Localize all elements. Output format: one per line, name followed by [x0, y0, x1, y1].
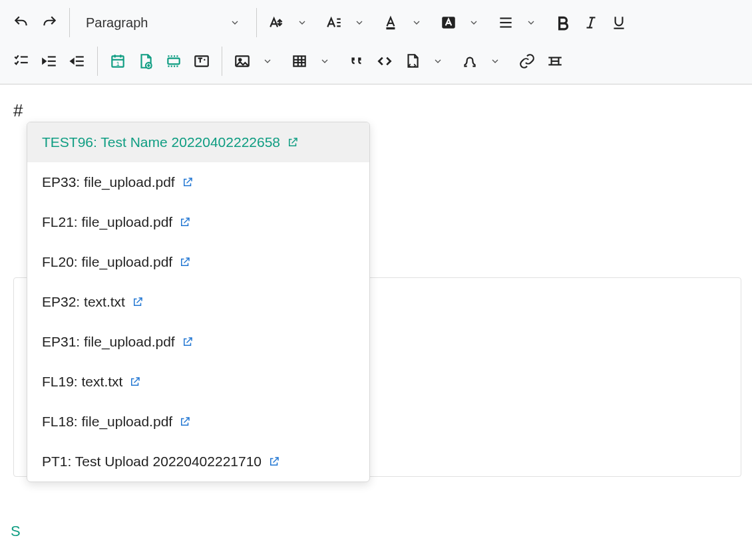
- highlight-button[interactable]: [435, 9, 462, 36]
- code-block-menu[interactable]: [425, 48, 451, 74]
- line-height-button[interactable]: [321, 9, 347, 36]
- suggestion-item[interactable]: TEST96: Test Name 20220402222658: [27, 122, 369, 162]
- format-select-label: Paragraph: [86, 15, 148, 31]
- suggestion-label: EP33: file_upload.pdf: [42, 174, 175, 190]
- outdent-button[interactable]: [64, 48, 91, 74]
- align-menu[interactable]: [518, 9, 544, 36]
- svg-line-7: [590, 17, 592, 27]
- line-height-menu[interactable]: [346, 9, 373, 36]
- font-size-menu[interactable]: [289, 9, 315, 36]
- image-menu[interactable]: [254, 48, 281, 74]
- mention-suggestions: TEST96: Test Name 20220402222658EP33: fi…: [27, 122, 370, 482]
- table-button[interactable]: [286, 48, 313, 74]
- editor-toolbar: Paragraph 1: [0, 0, 752, 84]
- svg-rect-23: [168, 59, 179, 65]
- suggestion-item[interactable]: PT1: Test Upload 20220402221710: [27, 442, 369, 482]
- chevron-down-icon: [230, 17, 240, 28]
- quote-button[interactable]: [343, 48, 370, 74]
- underline-button[interactable]: [606, 9, 632, 36]
- redo-button[interactable]: [36, 9, 63, 36]
- toolbar-row-2: 1: [0, 44, 752, 78]
- text-color-menu[interactable]: [403, 9, 430, 36]
- indent-button[interactable]: [36, 48, 63, 74]
- image-button[interactable]: [229, 48, 256, 74]
- suggestion-item[interactable]: EP33: file_upload.pdf: [27, 162, 369, 202]
- text-color-button[interactable]: [378, 9, 405, 36]
- frame-button[interactable]: [160, 48, 187, 74]
- external-link-icon[interactable]: [129, 376, 141, 388]
- table-menu[interactable]: [311, 48, 338, 74]
- suggestion-item[interactable]: EP31: file_upload.pdf: [27, 322, 369, 362]
- suggestion-label: FL21: file_upload.pdf: [42, 214, 172, 230]
- separator: [222, 47, 222, 76]
- checklist-button[interactable]: [8, 48, 35, 74]
- code-block-button[interactable]: [399, 48, 426, 74]
- svg-point-31: [239, 59, 241, 61]
- suggestion-label: FL20: file_upload.pdf: [42, 254, 172, 270]
- external-link-icon[interactable]: [132, 296, 144, 308]
- format-select[interactable]: Paragraph: [77, 9, 250, 36]
- suggestion-label: FL19: text.txt: [42, 374, 122, 390]
- suggestion-label: EP32: text.txt: [42, 294, 125, 310]
- external-link-icon[interactable]: [182, 336, 194, 348]
- special-char-button[interactable]: [457, 48, 483, 74]
- suggestion-label: PT1: Test Upload 20220402221710: [42, 454, 262, 470]
- separator: [256, 8, 257, 37]
- editor-content[interactable]: # TEST96: Test Name 20220402222658EP33: …: [0, 84, 752, 137]
- svg-text:1: 1: [116, 61, 120, 67]
- external-link-icon[interactable]: [179, 216, 191, 228]
- external-link-icon[interactable]: [268, 456, 280, 468]
- special-char-menu[interactable]: [482, 48, 508, 74]
- suggestion-item[interactable]: FL20: file_upload.pdf: [27, 242, 369, 282]
- suggestion-label: FL18: file_upload.pdf: [42, 414, 172, 430]
- italic-button[interactable]: [578, 9, 604, 36]
- page-add-button[interactable]: [132, 48, 159, 74]
- toolbar-row-1: Paragraph: [0, 5, 752, 40]
- font-size-button[interactable]: [264, 9, 290, 36]
- external-link-icon[interactable]: [179, 256, 191, 268]
- text-block-button[interactable]: [188, 48, 215, 74]
- separator: [69, 8, 70, 37]
- suggestion-item[interactable]: FL21: file_upload.pdf: [27, 202, 369, 242]
- date-button[interactable]: 1: [104, 48, 131, 74]
- suggestion-item[interactable]: FL18: file_upload.pdf: [27, 402, 369, 442]
- external-link-icon[interactable]: [182, 176, 194, 188]
- typed-text: #: [13, 100, 23, 120]
- anchor-button[interactable]: [542, 48, 568, 74]
- link-button[interactable]: [514, 48, 540, 74]
- suggestion-item[interactable]: FL19: text.txt: [27, 362, 369, 402]
- align-button[interactable]: [492, 9, 519, 36]
- undo-button[interactable]: [8, 9, 35, 36]
- svg-rect-32: [293, 56, 305, 66]
- suggestion-label: EP31: file_upload.pdf: [42, 334, 175, 350]
- bold-button[interactable]: [550, 9, 576, 36]
- suggestion-label: TEST96: Test Name 20220402222658: [42, 134, 280, 150]
- save-indicator: S: [11, 523, 21, 540]
- code-button[interactable]: [371, 48, 398, 74]
- external-link-icon[interactable]: [287, 136, 299, 148]
- external-link-icon[interactable]: [179, 416, 191, 428]
- highlight-menu[interactable]: [461, 9, 487, 36]
- separator: [97, 47, 98, 76]
- suggestion-item[interactable]: EP32: text.txt: [27, 282, 369, 322]
